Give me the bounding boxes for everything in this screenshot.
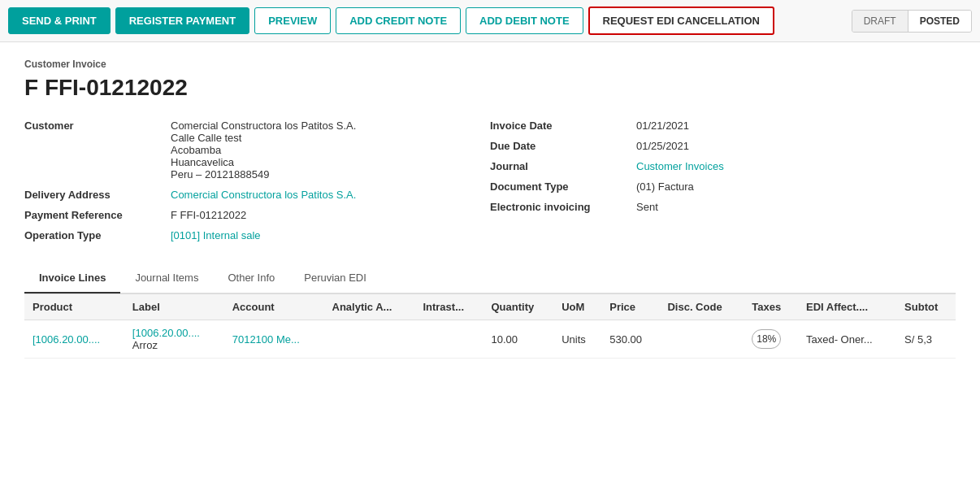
operation-type-label: Operation Type	[24, 227, 163, 244]
cell-intrast	[414, 320, 483, 359]
invoice-lines-table: Product Label Account Analytic A... Intr…	[24, 294, 956, 359]
col-edi-affect: EDI Affect....	[798, 294, 896, 320]
cell-account: 7012100 Me...	[224, 320, 324, 359]
payment-ref-value: F FFI-01212022	[171, 207, 490, 224]
col-price: Price	[601, 294, 659, 320]
cell-uom: Units	[553, 320, 601, 359]
cell-edi-affect: Taxed- Oner...	[798, 320, 896, 359]
cell-quantity: 10.00	[483, 320, 553, 359]
customer-name-link[interactable]: Comercial Constructora los Patitos S.A.	[171, 120, 356, 132]
main-content: Customer Invoice F FFI-01212022 Customer…	[0, 42, 980, 487]
delivery-label: Delivery Address	[24, 186, 163, 203]
tab-invoice-lines[interactable]: Invoice Lines	[24, 263, 120, 294]
add-credit-note-button[interactable]: ADD CREDIT NOTE	[336, 7, 461, 34]
table-header-row: Product Label Account Analytic A... Intr…	[24, 294, 956, 320]
register-payment-button[interactable]: REGISTER PAYMENT	[115, 7, 249, 34]
col-quantity: Quantity	[483, 294, 553, 320]
info-right: Invoice Date 01/21/2021 Due Date 01/25/2…	[490, 117, 956, 244]
col-disc-code: Disc. Code	[659, 294, 744, 320]
operation-type-value[interactable]: [0101] Internal sale	[171, 227, 490, 244]
delivery-value[interactable]: Comercial Constructora los Patitos S.A.	[171, 186, 490, 203]
preview-button[interactable]: PREVIEW	[254, 7, 331, 34]
customer-addr3: Huancavelica	[171, 156, 234, 168]
payment-ref-label: Payment Reference	[24, 207, 163, 224]
customer-addr1: Calle Calle test	[171, 132, 241, 144]
journal-value[interactable]: Customer Invoices	[636, 158, 956, 175]
cell-label: [1006.20.00.... Arroz	[124, 320, 224, 359]
label-sub: Arroz	[132, 339, 158, 351]
col-label: Label	[124, 294, 224, 320]
col-taxes: Taxes	[744, 294, 798, 320]
cell-price: 530.00	[601, 320, 659, 359]
customer-label: Customer	[24, 117, 163, 183]
doc-type-value: (01) Factura	[636, 178, 956, 195]
doc-type-label: Document Type	[490, 178, 628, 195]
account-link[interactable]: 7012100 Me...	[232, 333, 300, 346]
col-intrast: Intrast...	[414, 294, 483, 320]
customer-addr2: Acobamba	[171, 144, 221, 156]
table-row: [1006.20.00.... [1006.20.00.... Arroz 70…	[24, 320, 956, 359]
status-posted[interactable]: POSTED	[908, 11, 971, 32]
toolbar: SEND & PRINT REGISTER PAYMENT PREVIEW AD…	[0, 0, 980, 42]
add-debit-note-button[interactable]: ADD DEBIT NOTE	[466, 7, 583, 34]
document-type-label: Customer Invoice	[24, 59, 956, 70]
invoice-date-label: Invoice Date	[490, 117, 628, 134]
tab-journal-items[interactable]: Journal Items	[120, 263, 213, 294]
due-date-label: Due Date	[490, 137, 628, 154]
cell-taxes: 18%	[744, 320, 798, 359]
cell-analytic	[324, 320, 415, 359]
col-product: Product	[24, 294, 124, 320]
col-analytic: Analytic A...	[324, 294, 415, 320]
tab-other-info[interactable]: Other Info	[213, 263, 289, 294]
journal-label: Journal	[490, 158, 628, 175]
cell-disc-code	[659, 320, 744, 359]
col-subtotal: Subtot	[896, 294, 956, 320]
info-grid: Customer Comercial Constructora los Pati…	[24, 117, 956, 244]
product-link[interactable]: [1006.20.00....	[33, 333, 100, 346]
tabs: Invoice Lines Journal Items Other Info P…	[24, 263, 956, 294]
table-wrap: Product Label Account Analytic A... Intr…	[24, 294, 956, 359]
e-invoicing-value: Sent	[636, 198, 956, 215]
taxes-badge: 18%	[752, 329, 781, 349]
customer-value: Comercial Constructora los Patitos S.A. …	[171, 117, 490, 183]
cell-subtotal: S/ 5,3	[896, 320, 956, 359]
status-draft[interactable]: DRAFT	[852, 11, 908, 32]
info-left: Customer Comercial Constructora los Pati…	[24, 117, 490, 244]
status-pills: DRAFT POSTED	[852, 10, 972, 33]
send-print-button[interactable]: SEND & PRINT	[8, 7, 111, 34]
tab-peruvian-edi[interactable]: Peruvian EDI	[289, 263, 381, 294]
document-title: F FFI-01212022	[24, 75, 956, 101]
invoice-date-value: 01/21/2021	[636, 117, 956, 134]
customer-addr4: Peru – 20121888549	[171, 168, 269, 180]
col-uom: UoM	[553, 294, 601, 320]
label-link[interactable]: [1006.20.00....	[132, 327, 200, 339]
cell-product: [1006.20.00....	[24, 320, 124, 359]
col-account: Account	[224, 294, 324, 320]
due-date-value: 01/25/2021	[636, 137, 956, 154]
request-edi-cancellation-button[interactable]: REQUEST EDI CANCELLATION	[588, 7, 774, 35]
e-invoicing-label: Electronic invoicing	[490, 198, 628, 215]
